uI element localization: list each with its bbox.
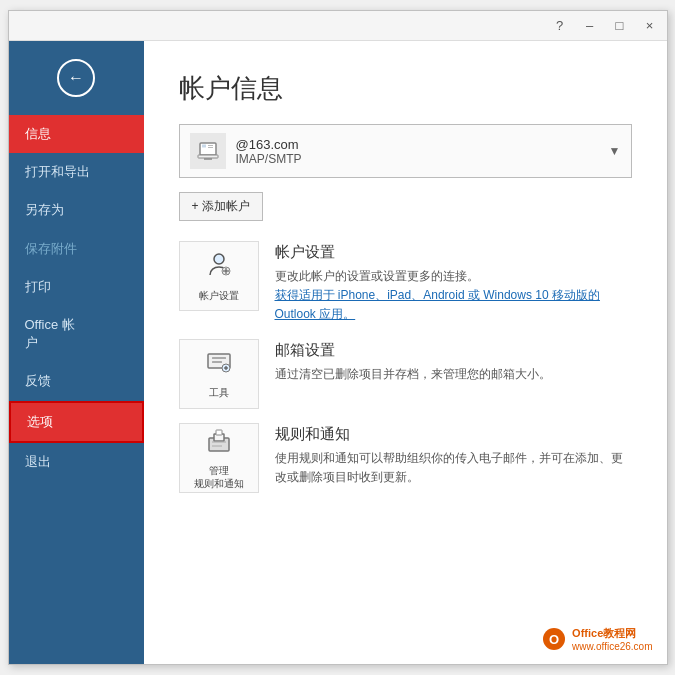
account-dropdown[interactable]: @163.com IMAP/SMTP ▼ [179,124,632,178]
svg-text:O: O [549,632,559,647]
account-settings-link[interactable]: 获得适用于 iPhone、iPad、Android 或 Windows 10 移… [275,288,600,321]
mailbox-settings-desc: 通过清空已删除项目并存档，来管理您的邮箱大小。 [275,365,632,384]
sidebar-item-save-as[interactable]: 另存为 [9,191,144,229]
rules-notifications-desc: 使用规则和通知可以帮助组织你的传入电子邮件，并可在添加、更改或删除项目时收到更新… [275,449,632,487]
sidebar-item-feedback[interactable]: 反馈 [9,362,144,400]
account-type: IMAP/SMTP [236,152,609,166]
account-settings-content: 帐户设置 更改此帐户的设置或设置更多的连接。 获得适用于 iPhone、iPad… [275,241,632,325]
rules-notifications-content: 规则和通知 使用规则和通知可以帮助组织你的传入电子邮件，并可在添加、更改或删除项… [275,423,632,487]
svg-rect-18 [216,430,222,435]
office-logo-icon: O [542,627,566,651]
svg-rect-12 [212,361,222,363]
content-area: ← 信息 打开和导出 另存为 保存附件 打印 Office 帐 户 反馈 [9,41,667,664]
sidebar-item-info[interactable]: 信息 [9,115,144,153]
account-settings-card: 帐户设置 帐户设置 更改此帐户的设置或设置更多的连接。 获得适用于 iPhone… [179,241,632,325]
mailbox-settings-icon-box[interactable]: 工具 [179,339,259,409]
close-button[interactable]: × [641,18,659,33]
rules-notifications-card: 管理 规则和通知 规则和通知 使用规则和通知可以帮助组织你的传入电子邮件，并可在… [179,423,632,493]
svg-rect-1 [198,155,218,158]
sidebar: ← 信息 打开和导出 另存为 保存附件 打印 Office 帐 户 反馈 [9,41,144,664]
svg-rect-11 [212,357,226,359]
minimize-button[interactable]: – [581,18,599,33]
account-dropdown-arrow: ▼ [609,144,621,158]
account-settings-icon-box[interactable]: 帐户设置 [179,241,259,311]
svg-point-6 [214,254,224,264]
back-button[interactable]: ← [57,59,95,97]
account-icon [190,133,226,169]
rules-notifications-icon-box[interactable]: 管理 规则和通知 [179,423,259,493]
mailbox-settings-card: 工具 邮箱设置 通过清空已删除项目并存档，来管理您的邮箱大小。 [179,339,632,409]
sidebar-item-office-account[interactable]: Office 帐 户 [9,306,144,362]
mailbox-settings-icon [204,348,234,382]
watermark-text: Office教程网 www.office26.com [572,626,652,652]
sidebar-item-options[interactable]: 选项 [9,401,144,443]
rules-notifications-icon [204,426,234,460]
sidebar-item-print[interactable]: 打印 [9,268,144,306]
mailbox-settings-label: 工具 [209,386,229,399]
page-title: 帐户信息 [179,71,632,106]
sidebar-item-open-export[interactable]: 打开和导出 [9,153,144,191]
title-bar: ? – □ × [9,11,667,41]
account-info: @163.com IMAP/SMTP [236,137,609,166]
main-window: ? – □ × ← 信息 打开和导出 另存为 保存附件 打印 [8,10,668,665]
rules-notifications-label: 管理 规则和通知 [194,464,244,490]
add-account-button[interactable]: + 添加帐户 [179,192,263,221]
watermark: O Office教程网 www.office26.com [542,626,652,652]
mailbox-settings-content: 邮箱设置 通过清空已删除项目并存档，来管理您的邮箱大小。 [275,339,632,384]
rules-notifications-title: 规则和通知 [275,425,632,444]
help-button[interactable]: ? [551,18,569,33]
sidebar-item-save-attach: 保存附件 [9,230,144,268]
account-email: @163.com [236,137,609,152]
account-settings-label: 帐户设置 [199,289,239,302]
mailbox-settings-title: 邮箱设置 [275,341,632,360]
svg-rect-3 [202,145,206,148]
account-settings-title: 帐户设置 [275,243,632,262]
main-content: 帐户信息 @163.com IMAP/SMTP [144,41,667,664]
add-account-label: + 添加帐户 [192,198,250,215]
sidebar-item-exit[interactable]: 退出 [9,443,144,481]
account-settings-desc: 更改此帐户的设置或设置更多的连接。 获得适用于 iPhone、iPad、Andr… [275,267,632,325]
maximize-button[interactable]: □ [611,18,629,33]
account-settings-icon [204,251,234,285]
